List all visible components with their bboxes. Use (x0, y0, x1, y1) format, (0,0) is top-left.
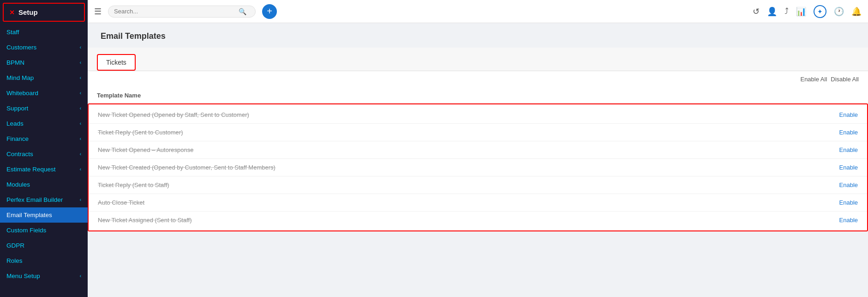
user-add-icon[interactable]: 👤 (767, 6, 777, 17)
bell-icon[interactable]: 🔔 (851, 6, 862, 17)
sidebar-item-label: Modules (6, 181, 30, 188)
sidebar-item-email-templates[interactable]: Email Templates (0, 207, 88, 223)
enable-button[interactable]: Enable (839, 217, 858, 224)
sidebar-item-gdpr[interactable]: GDPR (0, 238, 88, 253)
disable-all-link[interactable]: Disable All (831, 76, 859, 83)
page-title: Email Templates (88, 23, 868, 48)
topbar-right: ↺ 👤 ⤴ 📊 ✦ 🕐 🔔 (753, 5, 862, 18)
sidebar-item-label: Whiteboard (6, 90, 38, 97)
chevron-icon: ‹ (80, 75, 81, 80)
sidebar-item-whiteboard[interactable]: Whiteboard‹ (0, 85, 88, 101)
template-name: Ticket Reply (Sent to Staff) (98, 182, 169, 188)
sidebar-item-label: Staff (6, 29, 19, 36)
chevron-icon: ‹ (80, 91, 81, 96)
clock-icon[interactable]: 🕐 (834, 6, 844, 17)
sidebar-item-label: Roles (6, 257, 23, 264)
presentation-icon[interactable]: 📊 (796, 6, 806, 17)
template-name: New Ticket Created (Opened by Customer, … (98, 164, 275, 171)
content-area: Email Templates Tickets Enable All Disab… (88, 23, 868, 297)
sidebar-item-label: Mind Map (6, 74, 34, 81)
sidebar-item-label: Customers (6, 44, 36, 51)
enable-all-link[interactable]: Enable All (800, 76, 827, 83)
chevron-icon: ‹ (80, 197, 81, 202)
sidebar-item-label: Custom Fields (6, 227, 46, 234)
sidebar-item-staff[interactable]: Staff (0, 24, 88, 40)
sidebar-item-label: Email Templates (6, 212, 52, 218)
enable-button[interactable]: Enable (839, 111, 858, 118)
sidebar-item-label: Estimate Request (6, 166, 56, 173)
sidebar-item-finance[interactable]: Finance‹ (0, 131, 88, 146)
sidebar-item-label: BPMN (6, 59, 24, 66)
template-name: New Ticket Assigned (Sent to Staff) (98, 217, 192, 224)
search-icon: 🔍 (239, 8, 246, 15)
sidebar-item-modules[interactable]: Modules (0, 177, 88, 192)
close-icon[interactable]: ✕ (9, 9, 15, 16)
sidebar-item-label: GDPR (6, 242, 24, 249)
sidebar-item-estimate-request[interactable]: Estimate Request‹ (0, 162, 88, 177)
enable-button[interactable]: Enable (839, 164, 858, 171)
template-row: Ticket Reply (Sent to Staff) Enable (89, 176, 867, 194)
setup-header[interactable]: ✕ Setup (3, 3, 85, 22)
sidebar-item-roles[interactable]: Roles (0, 253, 88, 268)
sidebar-item-bpmn[interactable]: BPMN‹ (0, 55, 88, 70)
hamburger-icon[interactable]: ☰ (94, 6, 102, 17)
chevron-icon: ‹ (80, 167, 81, 172)
sidebar-item-mind-map[interactable]: Mind Map‹ (0, 70, 88, 85)
template-name: Ticket Reply (Sent to Customer) (98, 129, 183, 136)
topbar: ☰ 🔍 + ↺ 👤 ⤴ 📊 ✦ 🕐 🔔 (88, 0, 868, 23)
chevron-icon: ‹ (80, 106, 81, 111)
chevron-icon: ‹ (80, 136, 81, 141)
template-name: New Ticket Opened – Autoresponse (98, 146, 193, 153)
template-name: Auto Close Ticket (98, 199, 144, 206)
enable-button[interactable]: Enable (839, 146, 858, 153)
templates-list: New Ticket Opened (Opened by Staff, Sent… (88, 103, 868, 231)
table-header: Template Name (97, 92, 141, 99)
template-row: Auto Close Ticket Enable (89, 194, 867, 212)
sidebar-item-perfex-email-builder[interactable]: Perfex Email Builder‹ (0, 192, 88, 207)
template-row: New Ticket Opened (Opened by Staff, Sent… (89, 106, 867, 124)
template-row: New Ticket Assigned (Sent to Staff) Enab… (89, 212, 867, 229)
chevron-icon: ‹ (80, 45, 81, 50)
sidebar-item-label: Leads (6, 120, 24, 127)
sidebar-item-contracts[interactable]: Contracts‹ (0, 146, 88, 162)
template-row: New Ticket Opened – Autoresponse Enable (89, 141, 867, 159)
enable-disable-row: Enable All Disable All (88, 71, 868, 87)
search-container: 🔍 (108, 6, 256, 18)
sidebar-title: Setup (18, 8, 38, 16)
chevron-icon: ‹ (80, 273, 81, 279)
share-icon[interactable]: ⤴ (784, 6, 789, 16)
tabs-row: Tickets (88, 48, 868, 71)
sidebar-item-label: Menu Setup (6, 273, 40, 279)
search-input[interactable] (114, 8, 239, 15)
chevron-icon: ‹ (80, 60, 81, 65)
template-name: New Ticket Opened (Opened by Staff, Sent… (98, 111, 249, 118)
enable-button[interactable]: Enable (839, 199, 858, 206)
sidebar-item-support[interactable]: Support‹ (0, 101, 88, 116)
chevron-icon: ‹ (80, 121, 81, 126)
chevron-icon: ‹ (80, 152, 81, 157)
sidebar-item-customers[interactable]: Customers‹ (0, 40, 88, 55)
sidebar-item-label: Finance (6, 135, 29, 142)
main-area: ☰ 🔍 + ↺ 👤 ⤴ 📊 ✦ 🕐 🔔 Email Templates Tick… (88, 0, 868, 297)
sidebar-item-leads[interactable]: Leads‹ (0, 116, 88, 131)
tickets-tab[interactable]: Tickets (97, 54, 136, 71)
sidebar: ✕ Setup StaffCustomers‹BPMN‹Mind Map‹Whi… (0, 0, 88, 297)
add-button[interactable]: + (262, 4, 277, 19)
page-body: Tickets Enable All Disable All Template … (88, 48, 868, 231)
template-row: Ticket Reply (Sent to Customer) Enable (89, 124, 867, 141)
enable-button[interactable]: Enable (839, 129, 858, 136)
compass-icon[interactable]: ✦ (814, 5, 826, 18)
sidebar-item-label: Contracts (6, 151, 33, 158)
sidebar-item-label: Support (6, 105, 28, 112)
enable-button[interactable]: Enable (839, 182, 858, 188)
sidebar-item-custom-fields[interactable]: Custom Fields (0, 223, 88, 238)
sidebar-item-menu-setup[interactable]: Menu Setup‹ (0, 268, 88, 284)
history-icon[interactable]: ↺ (753, 6, 760, 17)
sidebar-item-label: Perfex Email Builder (6, 196, 63, 203)
template-row: New Ticket Created (Opened by Customer, … (89, 159, 867, 176)
